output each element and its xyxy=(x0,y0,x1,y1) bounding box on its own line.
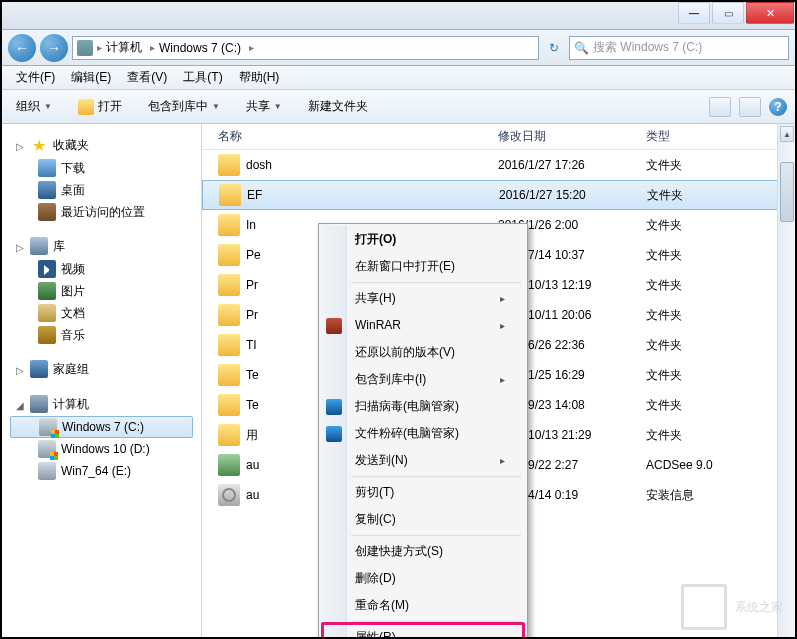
sidebar-item-drive-c[interactable]: Windows 7 (C:) xyxy=(10,416,193,438)
sidebar-item-drive-d[interactable]: Windows 10 (D:) xyxy=(10,438,193,460)
folder-icon xyxy=(218,334,240,356)
close-button[interactable] xyxy=(746,2,794,24)
preview-pane-button[interactable] xyxy=(739,97,761,117)
folder-icon xyxy=(219,184,241,206)
context-menu-label: 重命名(M) xyxy=(355,596,409,615)
sidebar-libraries-header[interactable]: ▷库 xyxy=(10,235,193,258)
context-menu-label: 属性(R) xyxy=(355,628,396,639)
context-menu-item[interactable]: 在新窗口中打开(E) xyxy=(321,253,525,280)
drive-icon xyxy=(38,440,56,458)
column-type[interactable]: 类型 xyxy=(646,128,795,145)
sidebar-item-music[interactable]: 音乐 xyxy=(10,324,193,346)
library-icon xyxy=(30,237,48,255)
breadcrumb-seg[interactable]: Windows 7 (C:) xyxy=(159,41,241,55)
sidebar-favorites-header[interactable]: ▷★收藏夹 xyxy=(10,134,193,157)
menu-edit[interactable]: 编辑(E) xyxy=(63,66,119,89)
search-icon: 🔍 xyxy=(574,41,589,55)
file-name: dosh xyxy=(246,158,498,172)
sidebar-item-pictures[interactable]: 图片 xyxy=(10,280,193,302)
column-date[interactable]: 修改日期 xyxy=(498,128,646,145)
drive-icon xyxy=(39,418,57,436)
video-icon xyxy=(38,260,56,278)
sidebar-item-label: 音乐 xyxy=(61,327,85,344)
context-menu: 打开(O)在新窗口中打开(E)共享(H)WinRAR还原以前的版本(V)包含到库… xyxy=(318,223,528,639)
new-folder-button[interactable]: 新建文件夹 xyxy=(302,95,374,118)
view-mode-button[interactable] xyxy=(709,97,731,117)
breadcrumb-seg[interactable]: 计算机 xyxy=(106,39,142,56)
file-type: ACDSee 9.0 xyxy=(646,458,795,472)
back-button[interactable]: ← xyxy=(8,34,36,62)
context-menu-label: 文件粉碎(电脑管家) xyxy=(355,424,459,443)
context-menu-item[interactable]: WinRAR xyxy=(321,312,525,339)
scroll-thumb[interactable] xyxy=(780,162,794,222)
drive-icon xyxy=(38,462,56,480)
help-button[interactable]: ? xyxy=(769,98,787,116)
sidebar-homegroup-header[interactable]: ▷家庭组 xyxy=(10,358,193,381)
computer-icon xyxy=(30,395,48,413)
context-menu-item[interactable]: 发送到(N) xyxy=(321,447,525,474)
search-input[interactable]: 🔍 搜索 Windows 7 (C:) xyxy=(569,36,789,60)
context-menu-label: 创建快捷方式(S) xyxy=(355,542,443,561)
open-label: 打开 xyxy=(98,98,122,115)
menu-file[interactable]: 文件(F) xyxy=(8,66,63,89)
organize-button[interactable]: 组织 xyxy=(10,95,58,118)
folder-icon xyxy=(218,364,240,386)
refresh-button[interactable]: ↻ xyxy=(543,37,565,59)
context-menu-item[interactable]: 创建快捷方式(S) xyxy=(321,538,525,565)
context-menu-label: 打开(O) xyxy=(355,230,396,249)
file-row[interactable]: dosh2016/1/27 17:26文件夹 xyxy=(202,150,795,180)
vertical-scrollbar[interactable]: ▲ xyxy=(777,124,795,637)
minimize-button[interactable] xyxy=(678,2,710,24)
context-menu-item[interactable]: 复制(C) xyxy=(321,506,525,533)
expand-icon: ◢ xyxy=(16,400,25,409)
context-menu-item[interactable]: 还原以前的版本(V) xyxy=(321,339,525,366)
folder-icon xyxy=(218,424,240,446)
file-type: 文件夹 xyxy=(646,337,795,354)
scroll-up-button[interactable]: ▲ xyxy=(780,126,794,142)
context-menu-item[interactable]: 删除(D) xyxy=(321,565,525,592)
sidebar-item-desktop[interactable]: 桌面 xyxy=(10,179,193,201)
sidebar-item-recent[interactable]: 最近访问的位置 xyxy=(10,201,193,223)
sidebar-computer-header[interactable]: ◢计算机 xyxy=(10,393,193,416)
folder-icon xyxy=(218,304,240,326)
sidebar-item-documents[interactable]: 文档 xyxy=(10,302,193,324)
context-menu-item[interactable]: 扫描病毒(电脑管家) xyxy=(321,393,525,420)
sidebar-item-videos[interactable]: 视频 xyxy=(10,258,193,280)
shield-icon xyxy=(326,426,342,442)
forward-button[interactable]: → xyxy=(40,34,68,62)
context-menu-separator xyxy=(351,282,521,283)
file-type: 文件夹 xyxy=(646,277,795,294)
context-menu-item[interactable]: 包含到库中(I) xyxy=(321,366,525,393)
sidebar-item-downloads[interactable]: 下载 xyxy=(10,157,193,179)
context-menu-label: 剪切(T) xyxy=(355,483,394,502)
context-menu-item[interactable]: 文件粉碎(电脑管家) xyxy=(321,420,525,447)
share-button[interactable]: 共享 xyxy=(240,95,288,118)
drive-icon xyxy=(77,40,93,56)
submenu-arrow-icon xyxy=(500,451,505,470)
file-type: 文件夹 xyxy=(646,397,795,414)
maximize-button[interactable] xyxy=(712,2,744,24)
download-icon xyxy=(38,159,56,177)
menu-tools[interactable]: 工具(T) xyxy=(175,66,230,89)
file-type: 文件夹 xyxy=(646,217,795,234)
column-name[interactable]: 名称 xyxy=(218,128,498,145)
include-in-library-button[interactable]: 包含到库中 xyxy=(142,95,226,118)
menu-help[interactable]: 帮助(H) xyxy=(231,66,288,89)
chevron-icon: ▸ xyxy=(249,42,254,53)
context-menu-item[interactable]: 属性(R) xyxy=(321,624,525,639)
context-menu-item[interactable]: 打开(O) xyxy=(321,226,525,253)
context-menu-item[interactable]: 共享(H) xyxy=(321,285,525,312)
recent-icon xyxy=(38,203,56,221)
breadcrumb[interactable]: ▸计算机 ▸Windows 7 (C:) ▸ xyxy=(72,36,539,60)
context-menu-label: 在新窗口中打开(E) xyxy=(355,257,455,276)
document-icon xyxy=(38,304,56,322)
sidebar-item-drive-e[interactable]: Win7_64 (E:) xyxy=(10,460,193,482)
music-icon xyxy=(38,326,56,344)
sidebar-item-label: Windows 7 (C:) xyxy=(62,420,144,434)
file-row[interactable]: EF2016/1/27 15:20文件夹 xyxy=(202,180,795,210)
context-menu-item[interactable]: 剪切(T) xyxy=(321,479,525,506)
menu-view[interactable]: 查看(V) xyxy=(119,66,175,89)
open-button[interactable]: 打开 xyxy=(72,95,128,118)
sidebar-label: 计算机 xyxy=(53,396,89,413)
context-menu-item[interactable]: 重命名(M) xyxy=(321,592,525,619)
